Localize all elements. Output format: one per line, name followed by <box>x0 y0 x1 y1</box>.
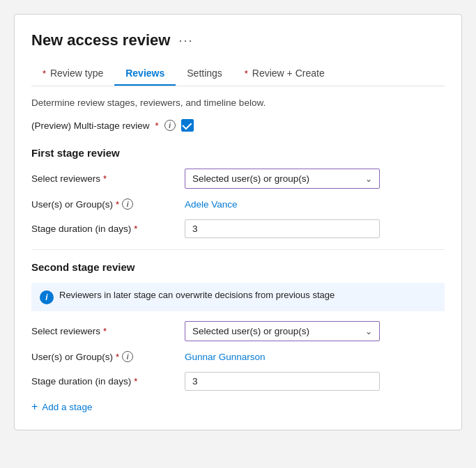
section-divider <box>31 249 445 250</box>
page-title: New access review <box>31 31 170 49</box>
add-stage-row[interactable]: + Add a stage <box>31 400 445 413</box>
first-stage-reviewers-arrow-icon: ⌄ <box>365 174 372 184</box>
card-header: New access review ··· <box>31 31 445 49</box>
first-stage-reviewers-dropdown[interactable]: Selected user(s) or group(s) ⌄ <box>185 169 380 189</box>
first-stage-section: First stage review Select reviewers * Se… <box>31 147 445 238</box>
multi-stage-row: (Preview) Multi-stage review * i <box>31 119 445 132</box>
first-stage-heading: First stage review <box>31 147 445 159</box>
second-stage-heading: Second stage review <box>31 261 445 273</box>
second-stage-duration-row: Stage duration (in days) * <box>31 372 445 391</box>
page-description: Determine review stages, reviewers, and … <box>31 98 445 108</box>
first-stage-duration-row: Stage duration (in days) * <box>31 219 445 238</box>
first-stage-ug-info-icon[interactable]: i <box>122 198 133 210</box>
second-stage-reviewers-dropdown[interactable]: Selected user(s) or group(s) ⌄ <box>185 321 380 341</box>
info-banner-icon: i <box>40 290 54 304</box>
first-stage-user-link[interactable]: Adele Vance <box>185 199 238 210</box>
tab-navigation: * Review type Reviews Settings * Review … <box>31 62 445 86</box>
first-stage-select-reviewers-row: Select reviewers * Selected user(s) or g… <box>31 169 445 189</box>
add-stage-icon: + <box>31 400 38 413</box>
info-banner-text: Reviewers in later stage can overwrite d… <box>59 290 335 300</box>
first-stage-reviewers-required: * <box>103 173 107 184</box>
add-stage-label: Add a stage <box>42 402 92 412</box>
first-stage-duration-required: * <box>134 224 137 234</box>
second-stage-duration-input[interactable] <box>185 372 380 391</box>
second-stage-duration-label: Stage duration (in days) * <box>31 376 185 387</box>
first-stage-select-reviewers-label: Select reviewers * <box>31 173 185 184</box>
second-stage-reviewers-required: * <box>103 326 107 336</box>
second-stage-select-reviewers-label: Select reviewers * <box>31 326 185 336</box>
multi-stage-label: (Preview) Multi-stage review <box>31 120 150 131</box>
first-stage-users-groups-label: User(s) or Group(s) * i <box>31 198 185 210</box>
multi-stage-info-icon[interactable]: i <box>164 120 176 131</box>
second-stage-reviewers-value: Selected user(s) or group(s) <box>192 326 309 336</box>
second-stage-reviewers-arrow-icon: ⌄ <box>365 327 372 336</box>
second-stage-info-banner: i Reviewers in later stage can overwrite… <box>31 283 445 311</box>
tab-review-create[interactable]: * Review + Create <box>233 62 336 86</box>
second-stage-duration-required: * <box>134 376 137 387</box>
tab-review-type[interactable]: * Review type <box>31 62 114 86</box>
tab-settings[interactable]: Settings <box>176 62 233 86</box>
multi-stage-required-star: * <box>155 120 159 131</box>
more-options-icon[interactable]: ··· <box>178 33 193 48</box>
first-stage-duration-input[interactable] <box>185 219 380 238</box>
second-stage-users-groups-row: User(s) or Group(s) * i Gunnar Gunnarson <box>31 351 445 362</box>
second-stage-user-link[interactable]: Gunnar Gunnarson <box>185 352 266 362</box>
first-stage-reviewers-value: Selected user(s) or group(s) <box>192 173 309 184</box>
tab-reviews[interactable]: Reviews <box>114 62 176 86</box>
first-stage-users-groups-row: User(s) or Group(s) * i Adele Vance <box>31 198 445 210</box>
second-stage-section: Second stage review i Reviewers in later… <box>31 261 445 391</box>
second-stage-ug-info-icon[interactable]: i <box>122 351 133 362</box>
second-stage-ug-required: * <box>116 352 119 362</box>
first-stage-ug-required: * <box>116 199 119 210</box>
required-star-review-create: * <box>245 68 248 79</box>
second-stage-select-reviewers-row: Select reviewers * Selected user(s) or g… <box>31 321 445 341</box>
access-review-card: New access review ··· * Review type Revi… <box>14 14 462 430</box>
second-stage-users-groups-label: User(s) or Group(s) * i <box>31 351 185 362</box>
multi-stage-checkbox[interactable] <box>181 119 194 132</box>
first-stage-duration-label: Stage duration (in days) * <box>31 224 185 234</box>
required-star-review-type: * <box>43 68 46 79</box>
